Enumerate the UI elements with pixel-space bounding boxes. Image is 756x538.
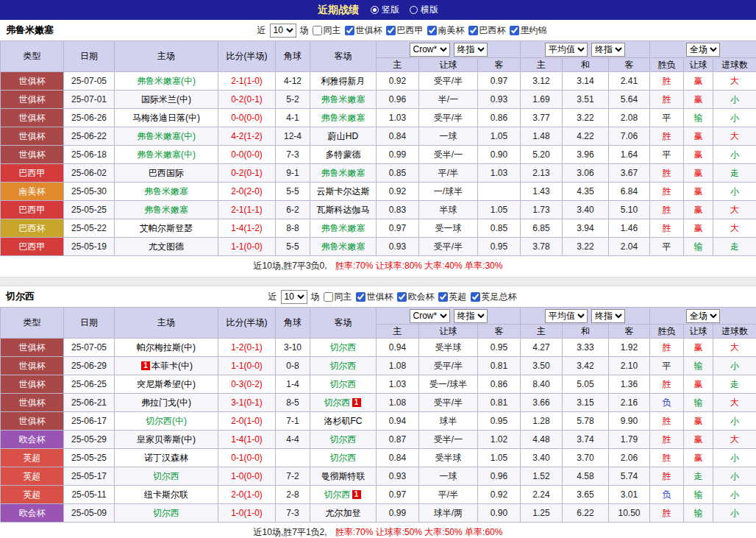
match-count-select[interactable]: 10 [270, 24, 296, 38]
home-team[interactable]: 国际米兰(中) [115, 91, 218, 109]
league-filter[interactable]: 欧会杯 [397, 291, 435, 303]
home-team[interactable]: 突尼斯希望(中) [115, 375, 218, 394]
score[interactable]: 2-1(1-0) [218, 72, 276, 91]
home-team[interactable]: 巴西国际 [115, 164, 218, 183]
league-filter-checkbox[interactable] [471, 292, 480, 302]
league-filter-checkbox[interactable] [468, 26, 478, 35]
league-filter-checkbox[interactable] [356, 292, 365, 302]
home-team[interactable]: 皇家贝蒂斯(中) [115, 431, 218, 449]
closing-index-select[interactable]: 终指 [454, 309, 488, 323]
home-team[interactable]: 切尔西(中) [115, 412, 218, 431]
score[interactable]: 0-1(0-0) [218, 449, 276, 467]
score[interactable]: 2-0(2-0) [218, 183, 276, 201]
league-filter[interactable]: 世俱杯 [345, 24, 382, 37]
home-team[interactable]: 弗鲁米嫩塞 [115, 201, 218, 219]
away-team[interactable]: 切尔西1 [310, 394, 377, 412]
average-select[interactable]: 平均值 [545, 43, 588, 57]
score[interactable]: 1-0(0-0) [218, 467, 276, 486]
league-filter[interactable]: 里约锦 [510, 24, 547, 37]
score[interactable]: 1-1(0-0) [218, 238, 276, 256]
away-team[interactable]: 弗鲁米嫩塞 [310, 219, 377, 238]
bookmaker-select[interactable]: Crow* [410, 43, 450, 57]
away-team[interactable]: 切尔西 [310, 339, 377, 357]
away-team[interactable]: 尤尔加登 [310, 504, 377, 523]
away-team[interactable]: 瓦斯科达伽马 [310, 201, 377, 219]
team-name: 尤尔加登 [326, 508, 361, 518]
closing-index-select-2[interactable]: 终指 [591, 43, 625, 57]
away-team[interactable]: 洛杉矶FC [310, 412, 377, 431]
home-team[interactable]: 弗鲁米嫩塞(中) [115, 72, 218, 91]
away-team[interactable]: 曼彻斯特联 [310, 467, 377, 486]
home-team[interactable]: 弗拉门戈(中) [115, 394, 218, 412]
away-team[interactable]: 弗鲁米嫩塞 [310, 109, 377, 127]
league-filter[interactable]: 巴西杯 [468, 24, 506, 37]
same-home-filter[interactable]: 同主 [313, 24, 341, 37]
away-team[interactable]: 切尔西 [310, 431, 377, 449]
league-filter-checkbox[interactable] [386, 26, 396, 35]
league-filter[interactable]: 巴西甲 [386, 24, 424, 37]
league-filter-checkbox[interactable] [438, 292, 448, 302]
score[interactable]: 2-0(1-0) [218, 412, 276, 431]
score[interactable]: 0-3(0-2) [218, 375, 276, 394]
odds-handicap: 受半/一 [419, 146, 478, 164]
col-header-type: 类型 [1, 308, 64, 339]
away-team[interactable]: 云斯卡尔达斯 [310, 183, 377, 201]
home-team[interactable]: 弗鲁米嫩塞(中) [115, 146, 218, 164]
score[interactable]: 1-4(1-0) [218, 431, 276, 449]
away-team[interactable]: 利雅得新月 [310, 72, 377, 91]
score[interactable]: 0-2(0-1) [218, 164, 276, 183]
bookmaker-select[interactable]: Crow* [410, 309, 450, 323]
home-team[interactable]: 弗鲁米嫩塞 [115, 183, 218, 201]
away-team[interactable]: 弗鲁米嫩塞 [310, 238, 377, 256]
fulltime-select[interactable]: 全场 [686, 43, 720, 57]
away-team[interactable]: 多特蒙德 [310, 146, 377, 164]
league-filter[interactable]: 英超 [438, 291, 467, 303]
closing-index-select[interactable]: 终指 [454, 43, 488, 57]
same-home-filter[interactable]: 同主 [324, 291, 352, 303]
score[interactable]: 0-0(0-0) [218, 146, 276, 164]
same-home-checkbox[interactable] [313, 26, 322, 35]
same-home-checkbox[interactable] [324, 292, 333, 302]
away-team[interactable]: 切尔西 [310, 375, 377, 394]
away-team[interactable]: 切尔西 [310, 449, 377, 467]
league-filter[interactable]: 南美杯 [427, 24, 465, 37]
layout-option[interactable]: 横版 [410, 4, 438, 16]
league-filter[interactable]: 英足总杯 [471, 291, 517, 303]
home-team[interactable]: 切尔西 [115, 504, 218, 523]
league-filter-checkbox[interactable] [397, 292, 407, 302]
away-team[interactable]: 切尔西1 [310, 486, 377, 504]
home-team[interactable]: 纽卡斯尔联 [115, 486, 218, 504]
home-team[interactable]: 艾帕尔斯登瑟 [115, 219, 218, 238]
score[interactable]: 1-4(1-2) [218, 219, 276, 238]
home-team[interactable]: 切尔西 [115, 467, 218, 486]
match-count-select[interactable]: 10 [281, 290, 307, 304]
fulltime-select[interactable]: 全场 [686, 309, 720, 323]
score[interactable]: 3-1(0-1) [218, 394, 276, 412]
home-team[interactable]: 诺丁汉森林 [115, 449, 218, 467]
away-team[interactable]: 蔚山HD [310, 127, 377, 146]
league-filter-checkbox[interactable] [510, 26, 519, 35]
layout-option[interactable]: 竖版 [371, 4, 399, 16]
score[interactable]: 0-0(0-0) [218, 109, 276, 127]
home-team[interactable]: 尤文图德 [115, 238, 218, 256]
score[interactable]: 1-0(1-0) [218, 504, 276, 523]
home-team[interactable]: 帕尔梅拉斯(中) [115, 339, 218, 357]
score[interactable]: 2-1(1-1) [218, 201, 276, 219]
score[interactable]: 0-2(0-1) [218, 91, 276, 109]
home-team[interactable]: 弗鲁米嫩塞(中) [115, 127, 218, 146]
away-team[interactable]: 弗鲁米嫩塞 [310, 91, 377, 109]
score[interactable]: 4-2(1-2) [218, 127, 276, 146]
home-team[interactable]: 1本菲卡(中) [115, 357, 218, 375]
closing-index-select-2[interactable]: 终指 [591, 309, 625, 323]
score[interactable]: 1-1(0-0) [218, 357, 276, 375]
col-header-score: 比分(半场) [218, 41, 276, 72]
away-team[interactable]: 弗鲁米嫩塞 [310, 164, 377, 183]
home-team[interactable]: 马梅洛迪日落(中) [115, 109, 218, 127]
average-select[interactable]: 平均值 [545, 309, 588, 323]
score[interactable]: 1-2(0-1) [218, 339, 276, 357]
league-filter-checkbox[interactable] [345, 26, 354, 35]
score[interactable]: 2-0(1-0) [218, 486, 276, 504]
league-filter[interactable]: 世俱杯 [356, 291, 393, 303]
away-team[interactable]: 切尔西 [310, 357, 377, 375]
league-filter-checkbox[interactable] [427, 26, 437, 35]
